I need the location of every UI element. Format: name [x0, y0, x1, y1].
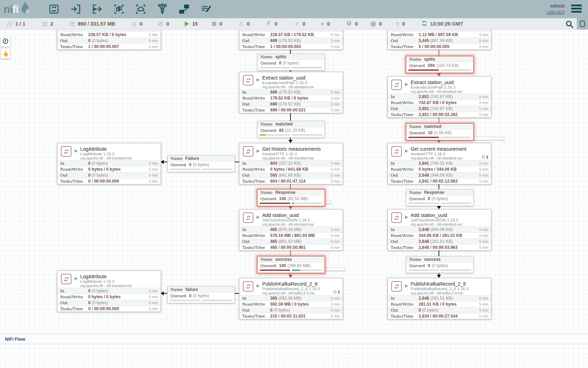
connection-label[interactable]: Name matched Queued 10 (2.56 KB): [406, 123, 474, 140]
stat-value: 565 (641.68 KB): [270, 173, 327, 178]
label-component-icon[interactable]: [200, 3, 212, 15]
stat-value: 592.38 MB / 0 bytes: [270, 302, 327, 307]
operate-palette-toggle[interactable]: ☝: [1, 49, 10, 59]
stat-window: 5 min: [476, 33, 488, 37]
logo-text-fi: fi: [13, 2, 19, 17]
stat-window: 5 min: [327, 179, 340, 183]
connection-name: Failure: [186, 156, 199, 161]
connection-label[interactable]: Name matched Queued 85 (22.29 KB): [257, 121, 325, 138]
logout-link[interactable]: LOG OUT: [547, 9, 565, 15]
connection-label[interactable]: Name success Queued 0 (0 bytes): [406, 256, 474, 273]
locally-modified-stale-icon: !: [371, 21, 376, 27]
flow-canvas[interactable]: ☝ Read/Write228.57 KB / 0 bytes 5 minOut…: [0, 29, 588, 368]
birdseye-toggle-icon[interactable]: [577, 18, 588, 29]
count-backpressure-bar: [408, 69, 439, 71]
remote-process-group-component-icon[interactable]: [134, 3, 147, 15]
processor-type: LogAttribute 1.16.3: [80, 152, 132, 156]
processor[interactable]: ▶ Extract station_uuid EvaluateJsonPath …: [239, 72, 343, 113]
queued-size: (268.65 MB): [287, 263, 310, 268]
processor-partial[interactable]: Read/Write228.57 KB / 0 bytes 5 minOut0 …: [57, 29, 161, 50]
connection-queued-label: Queued: [170, 162, 186, 167]
stat-row: In465 (579.16 MB)5 min: [239, 226, 343, 232]
up-to-date-icon: ✓: [295, 21, 299, 27]
connection-label[interactable]: Name splits Queued 0 (0 bytes): [257, 54, 325, 70]
queued-count: 10: [428, 130, 432, 135]
processor-partial[interactable]: Read/Write228.57 KB / 179.52 KB 5 minOut…: [239, 29, 343, 50]
stat-row: Tasks/Time2,851 / 00:00:02.282 5 min: [388, 111, 491, 117]
breadcrumb-root[interactable]: NiFi Flow: [5, 336, 25, 342]
processor-name: Add station_uuid: [411, 212, 462, 218]
connection-label[interactable]: Name success Queued 100 (268.65 MB): [257, 256, 325, 273]
hidden-connection-label-peek[interactable]: [325, 200, 331, 204]
connection-label[interactable]: Name failure Queued 0 (0 bytes): [167, 286, 235, 303]
processor[interactable]: ▶ Extract station_uuid EvaluateJsonPath …: [387, 76, 491, 118]
stat-window: 5 min: [327, 33, 340, 37]
connection-label[interactable]: Name splits Queued 594 (154.73 KB): [406, 56, 474, 73]
processor[interactable]: ▶ Add station_uuid JoltTransformJSON 1.1…: [239, 209, 343, 251]
processor-header: ▶ Extract station_uuid EvaluateJsonPath …: [239, 72, 343, 89]
connection-label[interactable]: Name Response Queued 100 (62.52 MB): [257, 189, 325, 206]
count-backpressure-bar: [408, 203, 439, 204]
processor-type: InvokeHTTP 1.16.3: [411, 152, 467, 156]
processor-partial[interactable]: Read/Write1.12 MB / 897.59 KB 5 minOut3,…: [387, 29, 491, 50]
connection-label[interactable]: Name Failure Queued 0 (0 bytes): [167, 155, 235, 172]
stat-window: 5 min: [476, 167, 488, 171]
stat-row: In2,841 (740.31 KB)5 min: [388, 160, 491, 166]
active-thread-count: 1: [338, 290, 340, 294]
connection-name: failure: [186, 287, 198, 292]
stat-row: Read/Write579.16 MB / 861.03 MB 5 min: [239, 232, 343, 238]
input-port-component-icon[interactable]: [69, 3, 82, 15]
stat-row: Read/Write344.06 KB / 281.51 KB 5 min: [388, 232, 491, 238]
processor-component-icon[interactable]: [48, 3, 60, 15]
processor-bundle: org.apache.nifi - nifi-standard-nar: [411, 156, 467, 161]
processor-name: Extract station_uuid: [411, 80, 462, 85]
size-backpressure-bar: [441, 137, 471, 138]
sync-failure-icon: ?: [396, 21, 399, 27]
connection-queued-label: Queued: [260, 61, 276, 66]
nifi-drop-icon: [19, 1, 31, 17]
stat-row: Tasks/Time1 / 00:00:00.083 5 min: [239, 43, 343, 49]
queued-count: 100: [279, 263, 286, 268]
processor-bundle: org.apache.nifi - nifi-kafka-2-6-nar: [262, 291, 320, 295]
stat-label: Tasks/Time: [242, 314, 270, 319]
cluster-status: 1 / 1: [7, 18, 25, 29]
processor[interactable]: ▶ Get historic measurements InvokeHTTP 1…: [239, 143, 343, 184]
user-area: admin LOG OUT: [547, 2, 565, 15]
processor-type: InvokeHTTP 1.16.3: [262, 152, 321, 156]
hidden-connection-label-peek[interactable]: [325, 267, 345, 271]
stat-value: 1.12 MB / 897.59 KB: [419, 32, 476, 37]
stat-value: 2,851 / 00:00:02.282: [419, 112, 476, 117]
processor-bundle: org.apache.nifi - nifi-standard-nar: [262, 85, 314, 89]
stat-label: Tasks/Time: [242, 44, 270, 49]
logo-text-ni: ni: [4, 2, 13, 17]
running-status-icon: ▶: [75, 149, 78, 153]
up-to-date-status: ✓0: [295, 18, 305, 29]
processor[interactable]: ▶ LogAttribute LogAttribute 1.16.3 org.a…: [57, 271, 161, 312]
search-icon[interactable]: [565, 20, 574, 29]
processor[interactable]: ▶ PublishKafkaRecord_2_6 PublishKafkaRec…: [387, 278, 491, 319]
queued-size: (0 bytes): [283, 61, 299, 66]
global-menu-icon[interactable]: [571, 5, 582, 13]
navigate-palette-toggle[interactable]: [1, 37, 10, 47]
queued-count: 85: [279, 128, 284, 133]
connection-label[interactable]: Name Response Queued 0 (0 bytes): [406, 189, 474, 206]
stat-label: Tasks/Time: [391, 112, 419, 117]
refresh-icon[interactable]: [421, 20, 427, 28]
stat-label: Read/Write: [391, 100, 419, 105]
output-port-component-icon[interactable]: [91, 3, 104, 15]
disabled-icon: [266, 20, 271, 27]
processor[interactable]: ▶ Add station_uuid JoltTransformJSON 1.1…: [387, 209, 491, 251]
stat-value: 2,648 (281.51 KB): [419, 239, 476, 244]
processor[interactable]: ▶ Get current measurement InvokeHTTP 1.1…: [387, 143, 491, 184]
backpressure-bars: [258, 202, 324, 206]
stat-window: 5 min: [476, 101, 488, 105]
process-group-component-icon[interactable]: [113, 3, 125, 15]
processor-name: PublishKafkaRecord_2_6: [411, 281, 468, 287]
funnel-component-icon[interactable]: [156, 3, 169, 15]
processor[interactable]: ▶ LogAttribute LogAttribute 1.16.3 org.a…: [57, 143, 161, 184]
processor[interactable]: ▶ PublishKafkaRecord_2_6 PublishKafkaRec…: [239, 278, 343, 319]
hidden-connection-label-peek[interactable]: [473, 137, 504, 140]
processor-type: EvaluateJsonPath 1.16.3: [262, 81, 314, 85]
template-component-icon[interactable]: [178, 3, 190, 15]
stat-label: Read/Write: [391, 167, 419, 172]
